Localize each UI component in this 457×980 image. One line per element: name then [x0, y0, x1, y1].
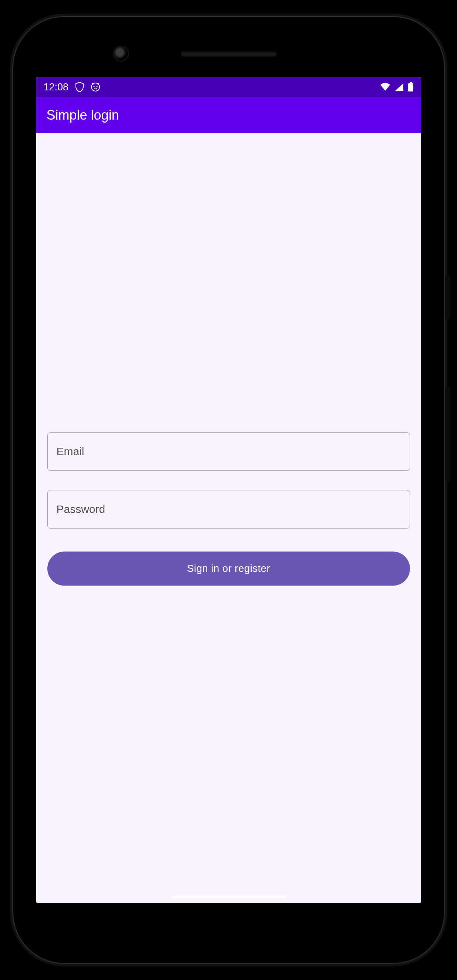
svg-point-2 — [96, 86, 97, 87]
wifi-icon — [380, 83, 391, 91]
screen-content: Sign in or register — [36, 133, 421, 903]
speaker-grille — [181, 51, 277, 57]
device-screen: 12:08 Simple logi — [36, 77, 421, 903]
app-bar: Simple login — [36, 97, 421, 133]
side-button — [445, 386, 450, 483]
shield-icon — [75, 82, 84, 92]
app-title: Simple login — [47, 107, 119, 123]
home-indicator[interactable] — [171, 896, 286, 898]
svg-rect-5 — [409, 82, 412, 83]
signin-button[interactable]: Sign in or register — [48, 552, 410, 585]
svg-rect-6 — [408, 83, 413, 91]
front-camera — [114, 47, 128, 60]
battery-icon — [408, 82, 414, 92]
signal-icon — [395, 83, 404, 91]
svg-point-4 — [97, 83, 99, 84]
side-button — [445, 275, 450, 320]
svg-point-1 — [93, 86, 94, 87]
status-time: 12:08 — [44, 81, 69, 93]
email-field[interactable] — [48, 432, 410, 471]
password-field[interactable] — [48, 490, 410, 528]
login-form: Sign in or register — [36, 432, 421, 585]
phone-frame: 12:08 Simple logi — [12, 16, 445, 964]
svg-point-3 — [92, 83, 94, 84]
status-bar: 12:08 — [36, 77, 421, 97]
face-icon — [90, 82, 100, 92]
